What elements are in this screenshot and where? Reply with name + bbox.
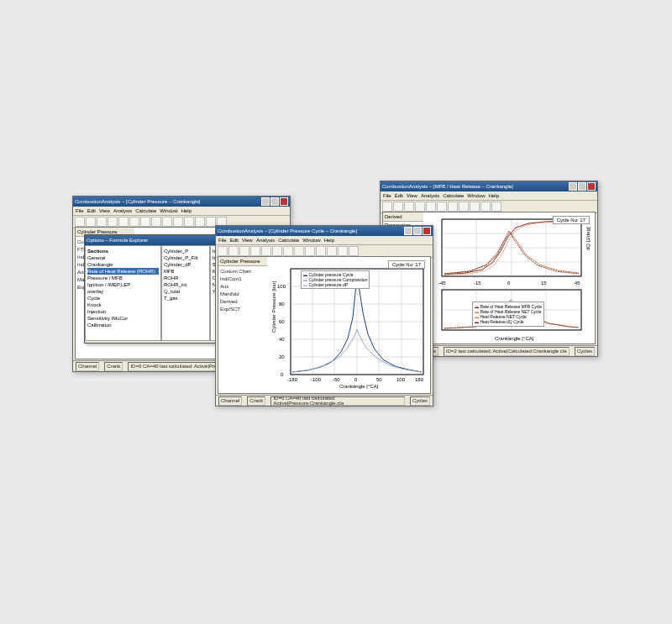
- menu-item[interactable]: Analysis: [256, 238, 275, 243]
- list-item[interactable]: Injection: [87, 308, 159, 315]
- list-item[interactable]: Q_total: [164, 288, 207, 295]
- list-item[interactable]: overlay: [87, 288, 159, 295]
- tool-icon[interactable]: [151, 217, 161, 227]
- tool-icon[interactable]: [239, 246, 249, 256]
- tool-icon[interactable]: [250, 246, 260, 256]
- tool-icon[interactable]: [437, 202, 447, 212]
- tool-icon[interactable]: [327, 246, 337, 256]
- tool-icon[interactable]: [86, 217, 96, 227]
- menu-item[interactable]: Edit: [87, 208, 96, 213]
- tool-icon[interactable]: [97, 217, 107, 227]
- list-item[interactable]: Calibration: [87, 322, 159, 328]
- tool-icon[interactable]: [218, 246, 228, 256]
- tool-icon[interactable]: [272, 246, 282, 256]
- menu-item[interactable]: Help: [181, 208, 192, 213]
- maximize-button[interactable]: [270, 197, 279, 206]
- menu-item[interactable]: Calculate: [135, 208, 156, 213]
- menu-item[interactable]: Edit: [395, 193, 403, 198]
- vars-list-1[interactable]: Cylinder_P Cylinder_P_Filt Cylinder_dP M…: [161, 245, 210, 341]
- maximize-button[interactable]: [413, 227, 422, 235]
- tree-item[interactable]: Manifold: [220, 291, 265, 298]
- menu-item[interactable]: File: [218, 238, 227, 243]
- menu-item[interactable]: File: [383, 193, 391, 198]
- menu-item[interactable]: Help: [324, 238, 334, 243]
- tool-icon[interactable]: [448, 202, 458, 212]
- menubar[interactable]: File Edit View Analysis Calculate Window…: [73, 207, 290, 216]
- titlebar[interactable]: CombustionAnalysis – [MFB / Heat Release…: [381, 181, 597, 191]
- tool-icon[interactable]: [305, 246, 315, 256]
- tool-icon[interactable]: [338, 246, 348, 256]
- tool-icon[interactable]: [184, 217, 194, 227]
- list-item[interactable]: Rate of Heat Release (ROHR): [87, 268, 159, 275]
- tool-icon[interactable]: [316, 246, 326, 256]
- tool-icon[interactable]: [140, 217, 150, 227]
- menu-item[interactable]: Help: [489, 193, 499, 198]
- minimize-button[interactable]: [404, 227, 412, 235]
- close-button[interactable]: [280, 197, 288, 206]
- menu-item[interactable]: Calculate: [278, 238, 299, 243]
- menu-item[interactable]: Analysis: [113, 208, 132, 213]
- list-item[interactable]: MFB: [164, 268, 207, 275]
- tool-icon[interactable]: [404, 202, 414, 212]
- list-item[interactable]: Cylinder_P: [164, 248, 207, 254]
- menu-item[interactable]: Analysis: [421, 193, 439, 198]
- tool-icon[interactable]: [173, 217, 183, 227]
- sections-list[interactable]: Sections General Crankangle Rate of Heat…: [85, 245, 161, 341]
- tool-icon[interactable]: [470, 202, 480, 212]
- tool-icon[interactable]: [108, 217, 118, 227]
- tool-icon[interactable]: [382, 202, 392, 212]
- tool-icon[interactable]: [283, 246, 293, 256]
- menu-item[interactable]: View: [99, 208, 110, 213]
- list-item[interactable]: T_gas: [164, 295, 207, 302]
- tree[interactable]: Custom Chart IndiCom1 Aux Manifold Deriv…: [218, 266, 267, 315]
- tool-icon[interactable]: [162, 217, 172, 227]
- close-button[interactable]: [423, 227, 431, 235]
- menu-item[interactable]: View: [242, 238, 253, 243]
- menu-item[interactable]: Window: [160, 208, 177, 213]
- tool-icon[interactable]: [415, 202, 425, 212]
- tree-sidebar[interactable]: Cylinder Pressure Custom Chart IndiCom1 …: [218, 257, 268, 393]
- tree-item[interactable]: IndiCom1: [220, 275, 265, 283]
- tool-icon[interactable]: [228, 246, 239, 256]
- maximize-button[interactable]: [578, 182, 586, 191]
- minimize-button[interactable]: [261, 197, 270, 206]
- tree-item[interactable]: Custom Chart: [220, 268, 265, 275]
- menubar[interactable]: File Edit View Analysis Calculate Window…: [381, 191, 597, 201]
- menu-item[interactable]: Window: [467, 193, 485, 198]
- list-item[interactable]: Ignition / IMEP,LEP: [87, 281, 159, 288]
- tool-icon[interactable]: [294, 246, 304, 256]
- tool-icon[interactable]: [393, 202, 403, 212]
- list-item[interactable]: Crankangle: [87, 261, 159, 268]
- tool-icon[interactable]: [426, 202, 436, 212]
- list-item[interactable]: General: [87, 254, 159, 261]
- menu-item[interactable]: Calculate: [443, 193, 464, 198]
- list-item[interactable]: Pressure / MFB: [87, 275, 159, 281]
- tool-icon[interactable]: [195, 217, 205, 227]
- analysis-window-2[interactable]: CombustionAnalysis – [Cylinder Pressure …: [215, 225, 433, 406]
- menu-item[interactable]: View: [407, 193, 417, 198]
- list-item[interactable]: Sensitivity IMoCor: [87, 315, 159, 322]
- list-item[interactable]: ROHR_int: [164, 281, 207, 288]
- list-item[interactable]: Cycle: [87, 295, 159, 302]
- tool-icon[interactable]: [491, 202, 501, 212]
- list-item[interactable]: Cylinder_dP: [164, 261, 207, 268]
- menu-item[interactable]: Window: [302, 238, 320, 243]
- list-item[interactable]: Cylinder_P_Filt: [164, 254, 207, 261]
- menu-item[interactable]: File: [76, 208, 84, 213]
- menu-item[interactable]: Edit: [230, 238, 239, 243]
- tool-icon[interactable]: [75, 217, 85, 227]
- tool-icon[interactable]: [261, 246, 271, 256]
- list-item[interactable]: ROHR: [164, 275, 207, 281]
- titlebar[interactable]: CombustionAnalysis – [Cylinder Pressure …: [73, 197, 290, 207]
- tool-icon[interactable]: [129, 217, 139, 227]
- tool-icon[interactable]: [118, 217, 129, 227]
- close-button[interactable]: [587, 182, 596, 191]
- tool-icon[interactable]: [480, 202, 491, 212]
- titlebar[interactable]: CombustionAnalysis – [Cylinder Pressure …: [216, 226, 433, 236]
- list-item[interactable]: Knock: [87, 302, 159, 308]
- tree-item[interactable]: Exp/SCT: [220, 306, 265, 313]
- menubar[interactable]: File Edit View Analysis Calculate Window…: [216, 236, 433, 245]
- tree-item[interactable]: Aux: [220, 283, 265, 291]
- minimize-button[interactable]: [569, 182, 577, 191]
- tool-icon[interactable]: [349, 246, 359, 256]
